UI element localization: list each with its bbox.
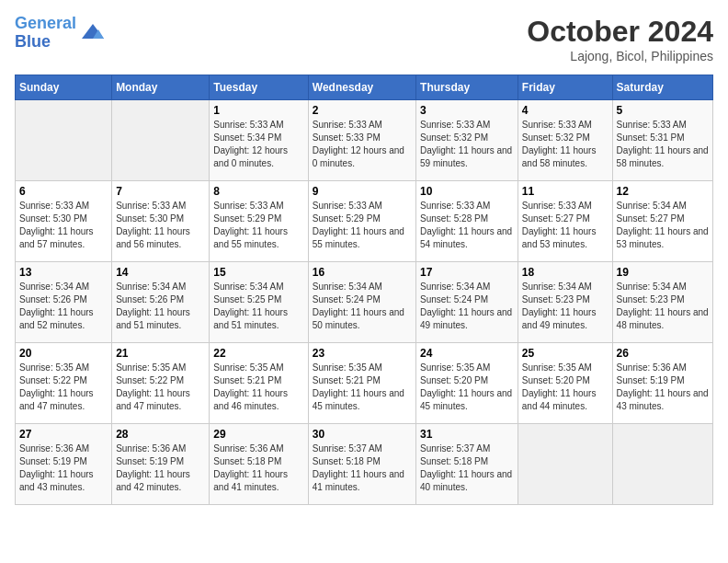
day-number: 1	[213, 104, 303, 117]
cell-info: Sunrise: 5:35 AMSunset: 5:22 PMDaylight:…	[116, 362, 205, 413]
weekday-header-row: SundayMondayTuesdayWednesdayThursdayFrid…	[16, 75, 713, 100]
cell-info: Sunrise: 5:36 AMSunset: 5:19 PMDaylight:…	[19, 442, 108, 494]
day-number: 31	[420, 428, 514, 441]
cell-info: Sunrise: 5:35 AMSunset: 5:21 PMDaylight:…	[213, 362, 303, 413]
calendar-cell: 3Sunrise: 5:33 AMSunset: 5:32 PMDaylight…	[416, 100, 518, 181]
logo-text: GeneralBlue	[15, 15, 76, 52]
weekday-header-saturday: Saturday	[612, 75, 712, 100]
day-number: 4	[522, 104, 609, 117]
logo-icon	[80, 20, 106, 46]
day-number: 20	[19, 347, 108, 360]
cell-info: Sunrise: 5:33 AMSunset: 5:31 PMDaylight:…	[617, 119, 709, 170]
calendar-week-1: 1Sunrise: 5:33 AMSunset: 5:34 PMDaylight…	[16, 100, 713, 181]
day-number: 30	[313, 428, 412, 441]
cell-info: Sunrise: 5:34 AMSunset: 5:27 PMDaylight:…	[617, 200, 709, 251]
day-number: 17	[420, 266, 514, 279]
calendar-cell: 4Sunrise: 5:33 AMSunset: 5:32 PMDaylight…	[518, 100, 612, 181]
calendar-cell: 5Sunrise: 5:33 AMSunset: 5:31 PMDaylight…	[612, 100, 712, 181]
day-number: 5	[617, 104, 709, 117]
calendar-cell: 11Sunrise: 5:33 AMSunset: 5:27 PMDayligh…	[518, 181, 612, 262]
logo: GeneralBlue	[15, 15, 106, 52]
cell-info: Sunrise: 5:36 AMSunset: 5:19 PMDaylight:…	[617, 362, 709, 413]
day-number: 24	[420, 347, 514, 360]
calendar-cell	[112, 100, 210, 181]
calendar-cell: 20Sunrise: 5:35 AMSunset: 5:22 PMDayligh…	[16, 343, 112, 424]
calendar-cell: 18Sunrise: 5:34 AMSunset: 5:23 PMDayligh…	[518, 262, 612, 343]
calendar-cell: 9Sunrise: 5:33 AMSunset: 5:29 PMDaylight…	[308, 181, 415, 262]
cell-info: Sunrise: 5:34 AMSunset: 5:24 PMDaylight:…	[420, 281, 514, 332]
calendar-cell: 27Sunrise: 5:36 AMSunset: 5:19 PMDayligh…	[16, 424, 112, 505]
day-number: 8	[213, 185, 303, 198]
calendar-cell: 10Sunrise: 5:33 AMSunset: 5:28 PMDayligh…	[416, 181, 518, 262]
cell-info: Sunrise: 5:33 AMSunset: 5:30 PMDaylight:…	[116, 200, 205, 251]
cell-info: Sunrise: 5:35 AMSunset: 5:20 PMDaylight:…	[522, 362, 609, 413]
calendar-cell: 8Sunrise: 5:33 AMSunset: 5:29 PMDaylight…	[210, 181, 308, 262]
cell-info: Sunrise: 5:37 AMSunset: 5:18 PMDaylight:…	[313, 442, 412, 494]
calendar-week-5: 27Sunrise: 5:36 AMSunset: 5:19 PMDayligh…	[16, 424, 713, 505]
day-number: 7	[116, 185, 205, 198]
calendar-week-2: 6Sunrise: 5:33 AMSunset: 5:30 PMDaylight…	[16, 181, 713, 262]
calendar-cell: 14Sunrise: 5:34 AMSunset: 5:26 PMDayligh…	[112, 262, 210, 343]
day-number: 14	[116, 266, 205, 279]
page-header: GeneralBlue October 2024 Lajong, Bicol, …	[15, 15, 713, 63]
cell-info: Sunrise: 5:33 AMSunset: 5:29 PMDaylight:…	[313, 200, 412, 251]
day-number: 13	[19, 266, 108, 279]
cell-info: Sunrise: 5:34 AMSunset: 5:24 PMDaylight:…	[313, 281, 412, 332]
cell-info: Sunrise: 5:36 AMSunset: 5:19 PMDaylight:…	[116, 442, 205, 494]
calendar-cell: 31Sunrise: 5:37 AMSunset: 5:18 PMDayligh…	[416, 424, 518, 505]
day-number: 27	[19, 428, 108, 441]
calendar-cell: 17Sunrise: 5:34 AMSunset: 5:24 PMDayligh…	[416, 262, 518, 343]
calendar-cell: 12Sunrise: 5:34 AMSunset: 5:27 PMDayligh…	[612, 181, 712, 262]
cell-info: Sunrise: 5:33 AMSunset: 5:32 PMDaylight:…	[420, 119, 514, 170]
weekday-header-monday: Monday	[112, 75, 210, 100]
day-number: 29	[213, 428, 303, 441]
cell-info: Sunrise: 5:33 AMSunset: 5:32 PMDaylight:…	[522, 119, 609, 170]
day-number: 16	[313, 266, 412, 279]
day-number: 3	[420, 104, 514, 117]
calendar-cell: 22Sunrise: 5:35 AMSunset: 5:21 PMDayligh…	[210, 343, 308, 424]
cell-info: Sunrise: 5:33 AMSunset: 5:34 PMDaylight:…	[213, 119, 303, 170]
day-number: 21	[116, 347, 205, 360]
cell-info: Sunrise: 5:33 AMSunset: 5:29 PMDaylight:…	[213, 200, 303, 251]
day-number: 28	[116, 428, 205, 441]
calendar-table: SundayMondayTuesdayWednesdayThursdayFrid…	[15, 75, 713, 505]
calendar-cell	[612, 424, 712, 505]
day-number: 26	[617, 347, 709, 360]
day-number: 25	[522, 347, 609, 360]
day-number: 9	[313, 185, 412, 198]
month-title: October 2024	[527, 15, 713, 49]
day-number: 12	[617, 185, 709, 198]
cell-info: Sunrise: 5:37 AMSunset: 5:18 PMDaylight:…	[420, 442, 514, 494]
cell-info: Sunrise: 5:34 AMSunset: 5:25 PMDaylight:…	[213, 281, 303, 332]
calendar-cell	[16, 100, 112, 181]
day-number: 22	[213, 347, 303, 360]
day-number: 15	[213, 266, 303, 279]
weekday-header-wednesday: Wednesday	[308, 75, 415, 100]
calendar-cell: 23Sunrise: 5:35 AMSunset: 5:21 PMDayligh…	[308, 343, 415, 424]
day-number: 19	[617, 266, 709, 279]
cell-info: Sunrise: 5:33 AMSunset: 5:28 PMDaylight:…	[420, 200, 514, 251]
cell-info: Sunrise: 5:33 AMSunset: 5:33 PMDaylight:…	[313, 119, 412, 170]
cell-info: Sunrise: 5:36 AMSunset: 5:18 PMDaylight:…	[213, 442, 303, 494]
day-number: 11	[522, 185, 609, 198]
calendar-cell	[518, 424, 612, 505]
calendar-week-4: 20Sunrise: 5:35 AMSunset: 5:22 PMDayligh…	[16, 343, 713, 424]
calendar-cell: 21Sunrise: 5:35 AMSunset: 5:22 PMDayligh…	[112, 343, 210, 424]
cell-info: Sunrise: 5:33 AMSunset: 5:30 PMDaylight:…	[19, 200, 108, 251]
calendar-cell: 16Sunrise: 5:34 AMSunset: 5:24 PMDayligh…	[308, 262, 415, 343]
calendar-cell: 29Sunrise: 5:36 AMSunset: 5:18 PMDayligh…	[210, 424, 308, 505]
calendar-cell: 15Sunrise: 5:34 AMSunset: 5:25 PMDayligh…	[210, 262, 308, 343]
calendar-week-3: 13Sunrise: 5:34 AMSunset: 5:26 PMDayligh…	[16, 262, 713, 343]
calendar-cell: 2Sunrise: 5:33 AMSunset: 5:33 PMDaylight…	[308, 100, 415, 181]
title-area: October 2024 Lajong, Bicol, Philippines	[527, 15, 713, 63]
cell-info: Sunrise: 5:35 AMSunset: 5:20 PMDaylight:…	[420, 362, 514, 413]
cell-info: Sunrise: 5:34 AMSunset: 5:26 PMDaylight:…	[116, 281, 205, 332]
cell-info: Sunrise: 5:34 AMSunset: 5:26 PMDaylight:…	[19, 281, 108, 332]
day-number: 23	[313, 347, 412, 360]
location: Lajong, Bicol, Philippines	[527, 49, 713, 63]
calendar-cell: 28Sunrise: 5:36 AMSunset: 5:19 PMDayligh…	[112, 424, 210, 505]
weekday-header-tuesday: Tuesday	[210, 75, 308, 100]
calendar-cell: 13Sunrise: 5:34 AMSunset: 5:26 PMDayligh…	[16, 262, 112, 343]
weekday-header-sunday: Sunday	[16, 75, 112, 100]
day-number: 2	[313, 104, 412, 117]
